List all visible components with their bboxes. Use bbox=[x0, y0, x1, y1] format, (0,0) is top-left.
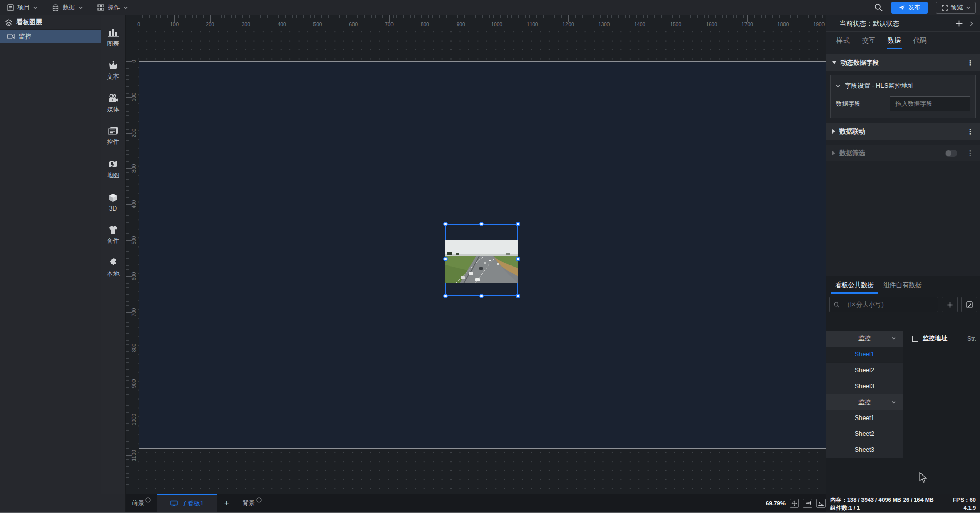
preview-button[interactable]: 预览 bbox=[936, 2, 976, 14]
fullscreen-icon bbox=[942, 5, 948, 11]
inspector-tabs: 样式 交互 数据 代码 bbox=[826, 32, 980, 49]
data-search-row bbox=[826, 294, 980, 315]
kebab-menu-icon[interactable]: ⋮ bbox=[967, 149, 974, 157]
tool-media[interactable]: 媒体 bbox=[101, 87, 126, 120]
menu-project[interactable]: 项目 bbox=[0, 0, 45, 15]
subboard-tab-active[interactable]: 子看板1 bbox=[157, 494, 217, 512]
section-dynamic-data-fields[interactable]: 动态数据字段 ⋮ bbox=[826, 54, 980, 71]
h-ruler-label: 1100 bbox=[527, 22, 538, 27]
tool-label: 套件 bbox=[107, 237, 120, 245]
resize-handle-s[interactable] bbox=[479, 294, 484, 298]
publish-button[interactable]: 发布 bbox=[891, 2, 928, 14]
console-button[interactable] bbox=[816, 499, 826, 508]
layer-item-monitor[interactable]: 监控 bbox=[0, 30, 101, 43]
resize-handle-se[interactable] bbox=[516, 294, 520, 298]
v-ruler-label: 700 bbox=[131, 308, 137, 316]
field-settings-header[interactable]: 字段设置 - HLS监控地址 bbox=[836, 80, 970, 92]
horizontal-ruler-ticks bbox=[126, 15, 826, 23]
sheet-item[interactable]: Sheet2 bbox=[826, 426, 903, 442]
section-data-linkage[interactable]: 数据联动 ⋮ bbox=[826, 123, 980, 140]
chevron-down-icon bbox=[33, 6, 37, 10]
sheet-item[interactable]: Sheet3 bbox=[826, 378, 903, 394]
tab-component-own-data[interactable]: 组件自有数据 bbox=[883, 276, 922, 294]
subboard-tab-label: 子看板1 bbox=[182, 499, 204, 508]
foreground-label: 前景 bbox=[132, 499, 144, 507]
section-data-filter[interactable]: 数据筛选 ⋮ bbox=[826, 145, 980, 161]
chevron-down-icon bbox=[892, 400, 896, 404]
data-filter-toggle[interactable] bbox=[945, 150, 957, 157]
shortcuts-keyboard-button[interactable] bbox=[803, 499, 812, 508]
h-ruler-label: 1400 bbox=[634, 22, 645, 27]
h-ruler-label: 1700 bbox=[741, 22, 753, 27]
kebab-menu-icon[interactable]: ⋮ bbox=[967, 128, 974, 135]
sheet-item[interactable]: Sheet2 bbox=[826, 363, 903, 378]
sheet-item[interactable]: Sheet1 bbox=[826, 410, 903, 426]
resize-handle-e[interactable] bbox=[516, 257, 520, 261]
chevron-right-icon[interactable] bbox=[969, 21, 974, 27]
field-checkbox[interactable] bbox=[912, 336, 918, 342]
tab-code[interactable]: 代码 bbox=[913, 32, 927, 49]
data-source-tabs: 看板公共数据 组件自有数据 bbox=[826, 276, 980, 294]
data-field-dropzone[interactable]: 拖入数据字段 bbox=[890, 96, 970, 111]
tool-text[interactable]: 文本 bbox=[101, 54, 126, 87]
tab-board-public-data[interactable]: 看板公共数据 bbox=[835, 276, 874, 294]
data-search-box[interactable] bbox=[829, 297, 938, 312]
add-subboard-button[interactable]: + bbox=[217, 494, 237, 512]
current-state-label: 当前状态：默认状态 bbox=[839, 19, 899, 28]
publish-label: 发布 bbox=[908, 3, 920, 12]
memory-stat: 内存：138 / 3943 / 4096 MB 26 / 164 MB bbox=[830, 496, 934, 504]
design-canvas[interactable]: 0100200300400500600700800900100011001200… bbox=[126, 15, 826, 494]
field-item-monitor-address[interactable]: 监控地址 Str. bbox=[903, 331, 980, 347]
menu-actions[interactable]: 操作 bbox=[90, 0, 135, 15]
map-icon bbox=[108, 160, 119, 168]
v-ruler-label: 300 bbox=[131, 164, 137, 173]
dashboard-editor-app: 项目 数据 操作 发布 预览 bbox=[0, 0, 980, 513]
video-player-frame[interactable] bbox=[445, 240, 518, 283]
kebab-menu-icon[interactable]: ⋮ bbox=[967, 59, 974, 66]
zoom-percentage[interactable]: 69.79% bbox=[766, 500, 786, 506]
inspector-panel: 当前状态：默认状态 样式 交互 数据 代码 动态数据字段 ⋮ 字段设置 - HL… bbox=[826, 15, 980, 494]
tab-interaction[interactable]: 交互 bbox=[862, 32, 875, 49]
add-state-icon[interactable] bbox=[955, 20, 963, 27]
h-ruler-label: 900 bbox=[457, 22, 465, 27]
data-search-input[interactable] bbox=[843, 300, 934, 309]
tool-3d[interactable]: 3D bbox=[101, 186, 126, 219]
grid-icon bbox=[97, 4, 104, 11]
sheet-item[interactable]: Sheet3 bbox=[826, 442, 903, 458]
foreground-button[interactable]: 前景 bbox=[126, 494, 157, 512]
resize-handle-sw[interactable] bbox=[443, 294, 448, 298]
v-ruler-label: 100 bbox=[131, 92, 137, 101]
field-type: Str. bbox=[967, 335, 976, 343]
chevron-down-icon bbox=[124, 6, 128, 10]
canvas-controls: 69.79% bbox=[766, 494, 826, 512]
tool-charts[interactable]: 图表 bbox=[101, 22, 126, 54]
component-toolbox: 图表 文本 媒体 控件 地图 3D 套件 本地 bbox=[101, 15, 126, 494]
resize-handle-w[interactable] bbox=[443, 257, 448, 261]
field-settings-box: 字段设置 - HLS监控地址 数据字段 拖入数据字段 bbox=[830, 75, 976, 118]
top-menubar: 项目 数据 操作 发布 预览 bbox=[0, 0, 980, 15]
sheet-item[interactable]: Sheet1 bbox=[826, 347, 903, 363]
tool-local[interactable]: 本地 bbox=[101, 252, 126, 284]
resize-handle-nw[interactable] bbox=[443, 222, 448, 226]
topbar-right-actions: 发布 预览 bbox=[874, 2, 980, 14]
tool-map[interactable]: 地图 bbox=[101, 153, 126, 186]
tab-style[interactable]: 样式 bbox=[836, 32, 850, 49]
edit-data-source-button[interactable] bbox=[961, 297, 977, 312]
v-ruler-label: 500 bbox=[131, 236, 137, 245]
tool-kits[interactable]: 套件 bbox=[101, 219, 126, 252]
menu-data[interactable]: 数据 bbox=[45, 0, 90, 15]
sheet-group-header[interactable]: 监控 bbox=[826, 331, 903, 347]
tab-data[interactable]: 数据 bbox=[888, 32, 901, 49]
sheet-group-header[interactable]: 监控 bbox=[826, 394, 903, 410]
fit-to-screen-button[interactable] bbox=[790, 499, 799, 508]
resize-handle-n[interactable] bbox=[479, 222, 484, 226]
v-ruler-label: 600 bbox=[131, 272, 137, 280]
selected-component-monitor[interactable] bbox=[445, 224, 518, 296]
background-button[interactable]: 背景 bbox=[237, 494, 268, 512]
board-icon bbox=[170, 500, 178, 507]
tool-widgets[interactable]: 控件 bbox=[101, 120, 126, 153]
add-data-source-button[interactable] bbox=[942, 297, 958, 312]
search-icon[interactable] bbox=[874, 3, 883, 12]
video-camera-icon bbox=[108, 94, 119, 103]
resize-handle-ne[interactable] bbox=[516, 222, 520, 226]
